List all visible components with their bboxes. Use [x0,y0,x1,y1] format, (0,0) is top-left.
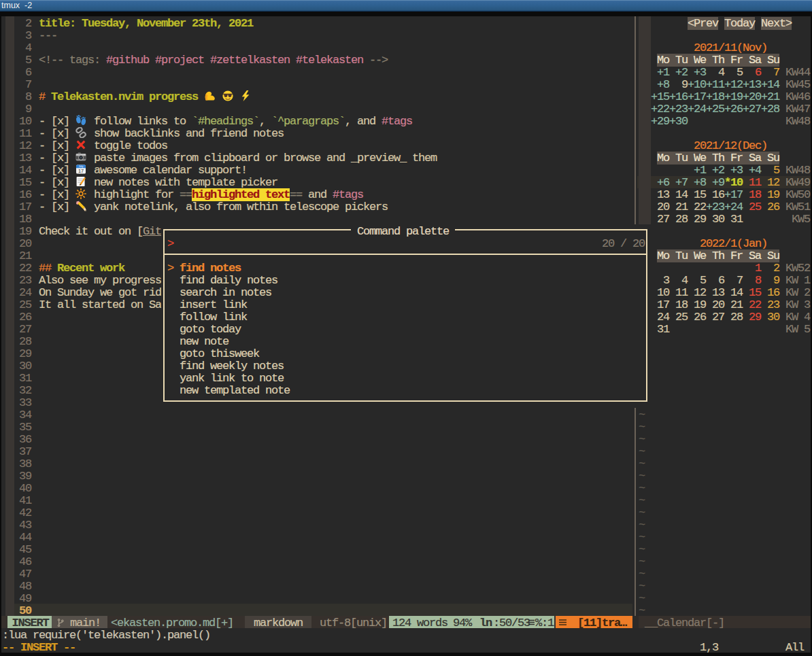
svg-text:17: 17 [78,168,84,174]
